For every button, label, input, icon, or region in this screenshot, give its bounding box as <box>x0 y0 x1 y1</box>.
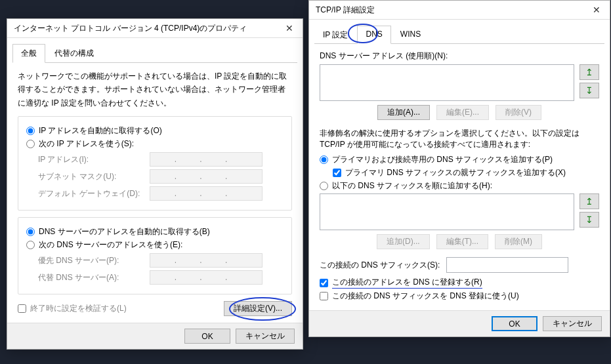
input-mask: . . . <box>150 169 263 184</box>
label-ip: IP アドレス(I): <box>38 154 150 165</box>
input-dns-pref: . . . <box>150 253 263 268</box>
tab-dns[interactable]: DNS <box>357 26 390 44</box>
input-conn-suffix[interactable] <box>446 257 568 273</box>
tab-ip-settings[interactable]: IP 設定 <box>314 26 356 44</box>
label-mask: サブネット マスク(U): <box>38 171 150 182</box>
close-icon[interactable]: ✕ <box>583 1 610 19</box>
input-gw: . . . <box>150 186 263 201</box>
move-up-icon[interactable]: ↥ <box>579 193 599 209</box>
adv-title: TCP/IP 詳細設定 <box>316 5 375 16</box>
add-button[interactable]: 追加(A)... <box>377 105 430 120</box>
tab-alternate[interactable]: 代替の構成 <box>46 44 102 63</box>
label-gw: デフォルト ゲートウェイ(D): <box>38 188 150 199</box>
label-suffix-order: 以下の DNS サフィックスを順に追加する(H): <box>332 180 492 192</box>
suffix-description: 非修飾名の解決に使用するオプションを選択してください。以下の設定は TCP/IP… <box>320 128 599 150</box>
delete-button: 削除(V) <box>495 105 541 120</box>
edit-button: 編集(E)... <box>436 105 489 120</box>
ipv4-description: ネットワークでこの機能がサポートされている場合は、IP 設定を自動的に取得するこ… <box>18 70 292 110</box>
label-use-suffix-reg: この接続の DNS サフィックスを DNS 登録に使う(U) <box>332 291 519 302</box>
ipv4-title: インターネット プロトコル バージョン 4 (TCP/IPv4)のプロパティ <box>14 23 247 34</box>
input-ip: . . . <box>150 152 263 167</box>
check-validate[interactable] <box>18 304 26 313</box>
label-dns-servers: DNS サーバー アドレス (使用順)(N): <box>320 51 599 62</box>
label-dns-pref: 優先 DNS サーバー(P): <box>38 255 150 266</box>
move-down-icon[interactable]: ↧ <box>579 83 599 98</box>
label-dns-auto: DNS サーバーのアドレスを自動的に取得する(B) <box>39 226 210 237</box>
check-register-dns[interactable] <box>320 279 328 287</box>
label-suffix-parent: プライマリ DNS サフィックスの親サフィックスを追加する(X) <box>345 167 566 178</box>
check-suffix-parent[interactable] <box>333 169 341 177</box>
ok-button[interactable]: OK <box>492 316 537 331</box>
label-dns-alt: 代替 DNS サーバー(A): <box>38 272 150 283</box>
label-ip-manual: 次の IP アドレスを使う(S): <box>39 138 134 150</box>
ipv4-titlebar: インターネット プロトコル バージョン 4 (TCP/IPv4)のプロパティ ✕ <box>7 19 303 38</box>
tab-general[interactable]: 全般 <box>12 44 45 63</box>
ok-button[interactable]: OK <box>184 329 230 344</box>
add-button-2: 追加(D)... <box>377 234 430 249</box>
radio-dns-auto[interactable] <box>26 228 35 236</box>
suffix-listbox[interactable] <box>320 193 574 230</box>
dns-server-listbox[interactable] <box>320 64 574 101</box>
advanced-button[interactable]: 詳細設定(V)... <box>224 301 292 316</box>
label-dns-manual: 次の DNS サーバーのアドレスを使う(E): <box>39 239 182 251</box>
label-ip-auto: IP アドレスを自動的に取得する(O) <box>39 125 162 136</box>
radio-dns-manual[interactable] <box>26 241 35 249</box>
label-conn-suffix: この接続の DNS サフィックス(S): <box>320 260 440 271</box>
radio-ip-manual[interactable] <box>26 140 35 148</box>
close-icon[interactable]: ✕ <box>276 19 303 37</box>
adv-titlebar: TCP/IP 詳細設定 ✕ <box>309 1 610 20</box>
radio-suffix-order[interactable] <box>320 182 328 190</box>
cancel-button[interactable]: キャンセル <box>236 329 295 344</box>
check-use-suffix-reg[interactable] <box>320 292 328 300</box>
radio-ip-auto[interactable] <box>26 127 35 135</box>
label-register-dns: この接続のアドレスを DNS に登録する(R) <box>332 277 482 289</box>
input-dns-alt: . . . <box>150 270 263 285</box>
cancel-button[interactable]: キャンセル <box>543 316 602 331</box>
label-validate: 終了時に設定を検証する(L) <box>30 303 127 314</box>
radio-suffix-primary[interactable] <box>320 155 328 164</box>
label-suffix-primary: プライマリおよび接続専用の DNS サフィックスを追加する(P) <box>332 154 553 165</box>
move-up-icon[interactable]: ↥ <box>579 64 599 80</box>
edit-button-2: 編集(T)... <box>436 234 488 249</box>
delete-button-2: 削除(M) <box>495 234 542 249</box>
tab-wins[interactable]: WINS <box>392 26 429 44</box>
move-down-icon[interactable]: ↧ <box>579 212 599 228</box>
